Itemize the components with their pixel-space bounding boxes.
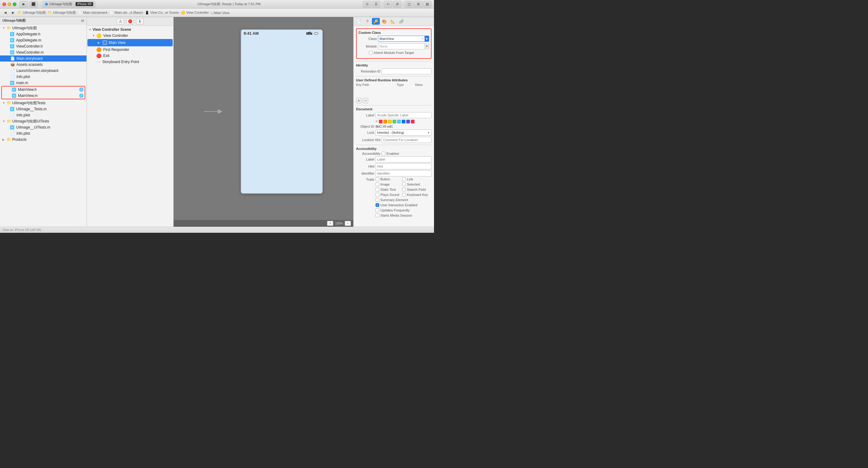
class-select[interactable]: MainView ✕ ▼	[378, 36, 429, 42]
a11y-label-input[interactable]	[375, 156, 432, 163]
restoration-id-input[interactable]	[382, 68, 432, 74]
file-uitests-m[interactable]: m UIImage__UITests.m	[0, 124, 87, 130]
file-viewcontroller-m[interactable]: m ViewController.m	[0, 49, 87, 55]
trait-selected-cb[interactable]	[402, 182, 406, 186]
group-uitests[interactable]: 📁 UIImage与绘图UITests	[0, 118, 87, 124]
jump-bar-button[interactable]: ↩	[384, 1, 392, 8]
group-uiimage[interactable]: 📁 UIImage与绘图	[0, 25, 87, 31]
file-assets[interactable]: 📦 Assets.xcassets	[0, 62, 87, 68]
navigator-button[interactable]: ◫	[405, 1, 413, 8]
canvas-area[interactable]: 9:41 AM + 100% −	[174, 17, 353, 227]
tab-connections[interactable]: 🔗	[398, 18, 405, 25]
back-forward-button[interactable]: ⇄	[393, 1, 401, 8]
color-indigo[interactable]	[402, 120, 405, 123]
file-launch-storyboard[interactable]: 📄 LaunchScreen.storyboard	[0, 68, 87, 74]
zoom-out-btn[interactable]: −	[345, 221, 351, 226]
scene-first-responder[interactable]: 🟠 First Responder	[87, 47, 173, 53]
warning-icon-btn[interactable]: ⚠	[117, 18, 124, 24]
scene-view-controller[interactable]: 🟡 View Controller	[87, 33, 173, 39]
scene-main-view[interactable]: ▶ □ Main View	[88, 39, 172, 46]
activity-button[interactable]: ⊙	[363, 1, 371, 8]
minimize-button[interactable]	[8, 2, 11, 6]
a11y-hint-input[interactable]	[375, 163, 432, 169]
color-green[interactable]	[393, 120, 396, 123]
color-blue[interactable]	[397, 120, 401, 123]
color-red[interactable]	[379, 120, 382, 123]
color-orange[interactable]	[383, 120, 387, 123]
dropdown-arrow[interactable]: ▼	[425, 36, 429, 42]
maximize-button[interactable]	[13, 2, 17, 6]
clear-icon[interactable]: ✕	[422, 37, 424, 40]
a11y-identifier-input[interactable]	[375, 170, 432, 176]
trait-keyboard-key-cb[interactable]	[402, 193, 406, 197]
fwd-btn[interactable]: ▶	[10, 9, 17, 16]
error-icon-btn[interactable]: 🔴	[126, 18, 134, 24]
file-tests-m[interactable]: m UIImage__Tests.m	[0, 106, 87, 112]
tab-help[interactable]: ?	[363, 18, 371, 25]
tab-size[interactable]: 📐	[389, 18, 397, 25]
trait-plays-sound-cb[interactable]	[375, 193, 379, 197]
scene-entry-point[interactable]: → Storyboard Entry Point	[87, 59, 173, 65]
group-tests[interactable]: 📁 UIImage与绘图Tests	[0, 100, 87, 106]
localizer-hint-input[interactable]	[382, 137, 432, 143]
tab-attributes[interactable]: 🎨	[380, 18, 388, 25]
trait-user-interaction-cb[interactable]	[375, 203, 379, 207]
file-tests-plist[interactable]: 📄 Info.plist	[0, 112, 87, 118]
trait-button-cb[interactable]	[375, 177, 379, 181]
file-appdelegate-m[interactable]: m AppDelegate.m	[0, 37, 87, 43]
scene-exit[interactable]: 🔴 Exit	[87, 53, 173, 59]
trait-static-text-cb[interactable]	[375, 188, 379, 191]
tab-file[interactable]: 📄	[355, 18, 363, 25]
accessibility-checkbox[interactable]	[382, 152, 385, 155]
x-button[interactable]: ✕	[375, 119, 378, 123]
file-appdelegate-h[interactable]: h AppDelegate.h	[0, 31, 87, 37]
doc-label-input[interactable]	[375, 112, 432, 118]
breadcrumb-5[interactable]: 📱 View Co...er Scene	[145, 11, 179, 14]
file-viewcontroller-h[interactable]: h ViewController.h	[0, 43, 87, 49]
module-select[interactable]: None ▼	[378, 43, 429, 49]
info-icon-btn[interactable]: ℹ	[136, 18, 144, 24]
trait-link-cb[interactable]	[402, 177, 406, 181]
restoration-id-row: Restoration ID	[356, 68, 432, 74]
breadcrumb-7[interactable]: □ Main View	[211, 11, 229, 14]
added-badge: A	[79, 93, 84, 98]
stop-button[interactable]: ⬛	[29, 1, 38, 8]
file-mainview-m[interactable]: m MainView.m A	[2, 93, 85, 99]
run-button[interactable]: ▶	[20, 1, 28, 8]
breadcrumb-2[interactable]: 📁 UIImage与绘图	[48, 10, 76, 15]
inherit-checkbox[interactable]	[369, 51, 372, 55]
add-attribute-btn[interactable]: +	[356, 98, 362, 103]
trait-updates-frequently-cb[interactable]	[375, 208, 379, 212]
tab-identity[interactable]: 🔑	[372, 18, 380, 25]
color-purple[interactable]	[406, 120, 410, 123]
module-dropdown-arrow[interactable]: ▼	[425, 43, 429, 49]
document-section: Document Label ✕	[356, 107, 432, 143]
trait-starts-media-cb[interactable]	[375, 213, 379, 217]
color-pink[interactable]	[411, 120, 414, 123]
zoom-in-btn[interactable]: +	[327, 221, 333, 226]
inspector-button[interactable]: ▧	[423, 1, 432, 8]
trait-summary-element-cb[interactable]	[375, 198, 379, 202]
custom-class-section: Custom Class Class MainView ✕ ▼ Module N	[356, 28, 432, 59]
file-mainview-h[interactable]: h MainView.h A	[2, 87, 85, 93]
file-uitests-plist[interactable]: 📄 Info.plist	[0, 130, 87, 137]
scene-view-controller-scene[interactable]: View Controller Scene	[87, 27, 173, 33]
file-main-storyboard[interactable]: 📄 Main.storyboard	[0, 55, 87, 62]
breadcrumb-1[interactable]: 📁 UIImage与绘图	[18, 10, 46, 15]
group-products[interactable]: 📁 Products	[0, 137, 87, 143]
trait-search-field-cb[interactable]	[402, 188, 406, 191]
breadcrumb-3[interactable]: 📄 Main.storyboard	[78, 11, 107, 14]
breadcrumb-6[interactable]: 🟡 View Controller	[181, 11, 209, 14]
scheme-button[interactable]: 🔷 UIImage与绘图 › iPhone XR	[42, 1, 95, 8]
layout-button[interactable]: ⊞	[414, 1, 423, 8]
back-btn[interactable]: ◀	[2, 9, 8, 16]
color-yellow[interactable]	[388, 120, 392, 123]
file-main-m[interactable]: m main.m	[0, 80, 87, 86]
file-info-plist[interactable]: 📄 Info.plist	[0, 74, 87, 80]
editor-mode-button[interactable]: ☰	[372, 1, 380, 8]
close-button[interactable]	[2, 2, 6, 6]
remove-attribute-btn[interactable]: −	[363, 98, 368, 103]
trait-image-cb[interactable]	[375, 182, 379, 186]
lock-select[interactable]: Inherited - (Nothing) ▼	[375, 129, 432, 136]
breadcrumb-4[interactable]: 📄 Main.sto...d (Base)	[109, 11, 143, 14]
